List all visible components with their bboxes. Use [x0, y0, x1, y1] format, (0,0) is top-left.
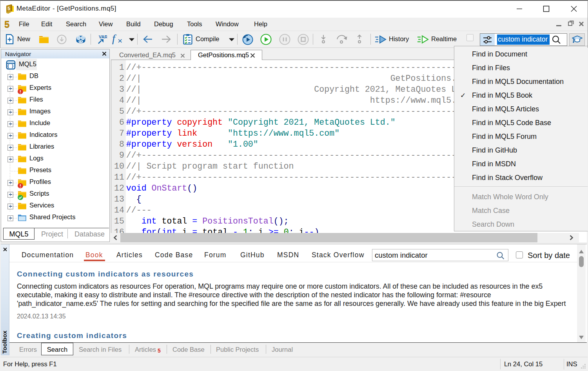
svg-text:{ }: { } — [7, 64, 15, 68]
svg-text:5: 5 — [7, 6, 10, 11]
svg-text:VAR: VAR — [99, 35, 107, 39]
